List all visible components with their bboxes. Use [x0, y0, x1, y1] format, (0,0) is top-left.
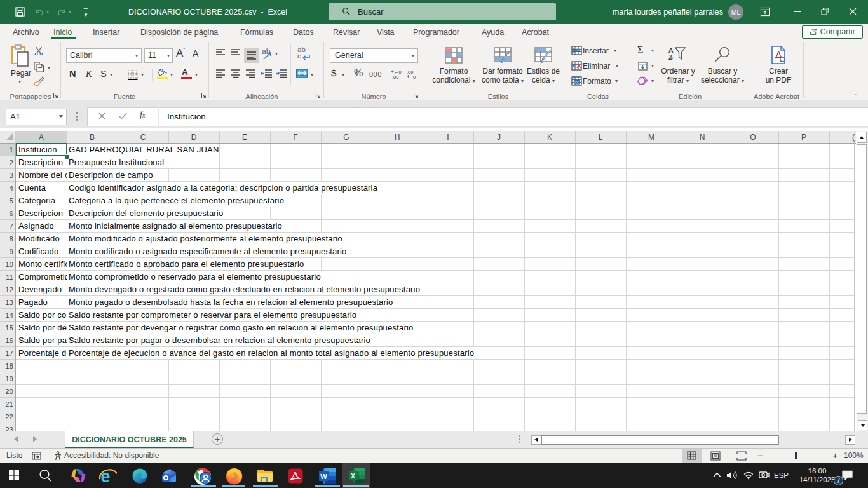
svg-text:,00: ,00	[392, 74, 398, 79]
svg-text:0: 0	[413, 74, 416, 79]
svg-text:X: X	[351, 472, 355, 480]
svg-text:W: W	[320, 473, 327, 480]
svg-text:,00: ,00	[407, 69, 413, 75]
